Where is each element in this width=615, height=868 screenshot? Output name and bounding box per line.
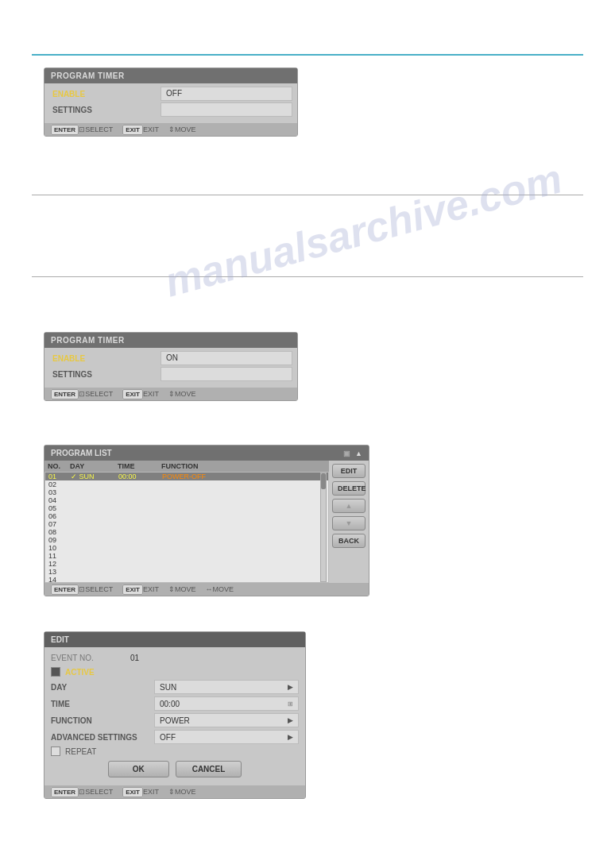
panel1-row-settings: SETTINGS [49,102,292,117]
row1-time: 00:00 [118,473,162,480]
table-row[interactable]: 02 [45,480,328,488]
panel2-footer: ENTER⊡SELECT EXITEXIT ⇕MOVE [44,388,297,400]
col-header-day: DAY [70,462,118,470]
panel1-footer: ENTER⊡SELECT EXITEXIT ⇕MOVE [44,123,297,136]
day-arrow: ▶ [288,683,293,691]
col-header-func: FUNCTION [161,462,233,470]
event-no-value: 01 [130,654,139,662]
panel2-settings-value [161,367,292,381]
panel4-footer-enter: ENTER⊡SELECT [51,788,113,796]
panel2-footer-move-key: ⇕MOVE [168,390,196,398]
panel2-footer-exit-key: EXITEXIT [122,390,159,398]
event-no-row: EVENT NO. 01 [51,652,299,664]
panel1-body: ENABLE OFF SETTINGS [44,83,297,123]
active-label: ACTIVE [65,668,95,677]
panel1-settings-value [161,102,292,117]
repeat-checkbox[interactable] [51,746,60,756]
panel1-enable-label: ENABLE [49,88,161,100]
panel2-enable-label: ENABLE [49,353,161,365]
panel3-header: PROGRAM LIST ▣ ▲ [44,446,369,461]
panel4-body: EVENT NO. 01 ACTIVE DAY SUN ▶ TIME 00:00… [44,647,305,785]
down-button[interactable]: ▼ [332,516,366,530]
row1-func: POWER-OFF [162,473,206,480]
table-row[interactable]: 10 [45,544,328,552]
panel3-col-headers: NO. DAY TIME FUNCTION [44,461,329,472]
repeat-row: REPEAT [51,746,299,756]
active-checkbox[interactable] [51,667,60,677]
panel2-body: ENABLE ON SETTINGS [44,348,297,388]
table-row[interactable]: 04 [45,496,328,504]
table-row[interactable]: 09 [45,536,328,544]
top-divider [32,54,583,56]
panel1-footer-move-key: ⇕MOVE [168,125,196,133]
function-value[interactable]: POWER ▶ [154,713,299,727]
program-timer-panel-off: PROGRAM TIMER ENABLE OFF SETTINGS ENTER⊡… [44,68,298,137]
day-val-text: SUN [160,683,176,692]
day-value[interactable]: SUN ▶ [154,680,299,694]
mid-divider-1 [32,195,583,195]
day-label: DAY [51,683,154,692]
panel3-rows: 01 ✓ SUN 00:00 POWER-OFF 02 03 04 05 06 … [44,472,329,583]
row1-no: 01 [48,473,71,480]
function-arrow: ▶ [288,716,293,724]
panel3-footer-exit: EXITEXIT [122,585,159,593]
function-val-text: POWER [160,716,190,725]
panel1-footer-exit-key: EXITEXIT [122,125,159,133]
panel2-row-settings: SETTINGS [49,367,292,381]
panel1-row-enable: ENABLE OFF [49,87,292,101]
table-row[interactable]: 07 [45,520,328,528]
table-row[interactable]: 06 [45,512,328,520]
back-button[interactable]: BACK [332,534,366,548]
col-header-time: TIME [118,462,161,470]
scrollbar[interactable] [320,473,327,582]
edit-panel: EDIT EVENT NO. 01 ACTIVE DAY SUN ▶ TIME … [44,631,306,799]
time-value[interactable]: 00:00 ⊞ [154,696,299,711]
watermark: manualsarchive.com [160,154,567,306]
up-button[interactable]: ▲ [332,499,366,513]
table-row[interactable]: 08 [45,528,328,536]
panel3-footer-move1: ⇕MOVE [168,585,196,593]
panel1-settings-label: SETTINGS [49,104,161,116]
cancel-button[interactable]: CANCEL [176,761,242,777]
edit-row-function: FUNCTION POWER ▶ [51,713,299,727]
ok-cancel-row: OK CANCEL [51,761,299,777]
advanced-arrow: ▶ [288,733,293,741]
edit-row-advanced: ADVANCED SETTINGS OFF ▶ [51,730,299,744]
panel3-footer: ENTER⊡SELECT EXITEXIT ⇕MOVE ↔MOVE [44,583,369,596]
edit-button[interactable]: EDIT [332,464,366,478]
panel3-scroll-up[interactable]: ▲ [355,449,362,457]
table-row[interactable]: 14 [45,576,328,583]
panel2-header: PROGRAM TIMER [44,333,297,348]
function-label: FUNCTION [51,716,154,725]
table-row[interactable]: 12 [45,560,328,568]
time-label: TIME [51,700,154,708]
table-row[interactable]: 13 [45,568,328,576]
active-row: ACTIVE [51,667,299,677]
advanced-val-text: OFF [160,733,176,742]
table-row[interactable]: 01 ✓ SUN 00:00 POWER-OFF [45,473,328,480]
time-icon: ⊞ [288,700,293,708]
advanced-label: ADVANCED SETTINGS [51,733,154,742]
row1-day: ✓ SUN [71,473,118,480]
panel4-header: EDIT [44,632,305,647]
ok-button[interactable]: OK [108,761,169,777]
panel1-footer-enter-key: ENTER⊡SELECT [51,125,113,133]
advanced-value[interactable]: OFF ▶ [154,730,299,744]
panel2-row-enable: ENABLE ON [49,351,292,365]
edit-row-time: TIME 00:00 ⊞ [51,696,299,711]
panel4-footer-exit: EXITEXIT [122,788,159,796]
time-val-text: 00:00 [160,700,180,708]
table-row[interactable]: 05 [45,504,328,512]
panel3-page-icon: ▣ [343,449,350,457]
panel3-side-buttons: EDIT DELETE ▲ ▼ BACK [329,461,369,583]
panel1-enable-value: OFF [161,87,292,101]
table-row[interactable]: 11 [45,552,328,560]
program-list-panel: PROGRAM LIST ▣ ▲ NO. DAY TIME FUNCTION 0… [44,445,369,596]
event-no-label: EVENT NO. [51,654,130,662]
panel4-footer-move: ⇕MOVE [168,788,196,796]
table-row[interactable]: 03 [45,488,328,496]
repeat-label: REPEAT [65,747,96,756]
panel4-footer: ENTER⊡SELECT EXITEXIT ⇕MOVE [44,785,305,798]
delete-button[interactable]: DELETE [332,481,366,496]
panel3-footer-move2: ↔MOVE [205,585,234,593]
